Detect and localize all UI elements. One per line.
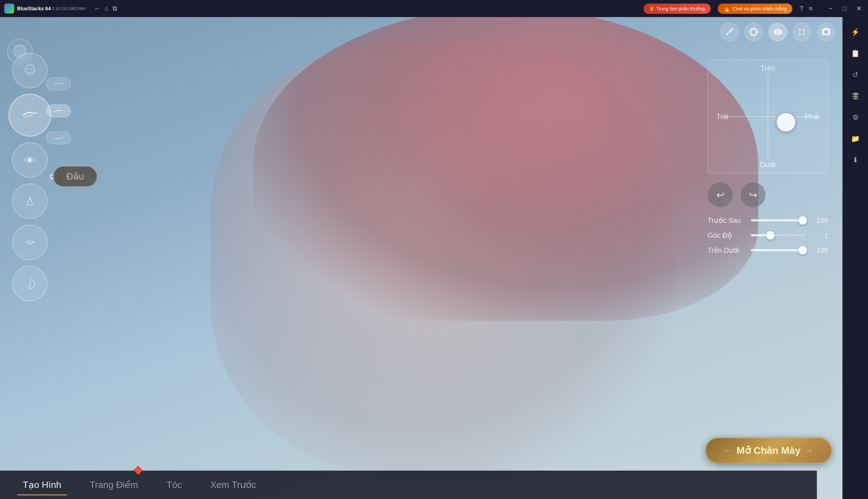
undo-icon: ↩: [716, 189, 725, 201]
slider-truoc-sau-track[interactable]: [751, 219, 806, 221]
app-icon: [4, 4, 14, 14]
play-button[interactable]: 🔥 Chơi và giành chiến thắng: [718, 4, 793, 14]
left-panel: [9, 53, 51, 301]
sidebar-icon-folder[interactable]: 📁: [846, 129, 865, 148]
title-action-icons: ? ≡: [799, 5, 813, 12]
slider-row-goc-do: Góc Độ 1: [707, 231, 828, 240]
unlock-arrow-left-icon: ←: [724, 446, 732, 455]
menu-icon[interactable]: ≡: [809, 5, 813, 12]
sidebar-icon-clipboard[interactable]: 📋: [846, 44, 865, 63]
titlebar: BlueStacks 64 5.10.110.1002 N64 ← ⌂ ⧉ ♛ …: [0, 0, 868, 17]
brightness-tool-button[interactable]: [744, 23, 763, 41]
slider-goc-do-value: 1: [810, 231, 828, 240]
right-panel: Trên Dưới Trái Phải ↩ ↪ Trước Sau: [700, 53, 835, 268]
fullscreen-tool-button[interactable]: [793, 23, 811, 41]
feature-eye-button[interactable]: [12, 142, 48, 178]
dir-left-label: Trái: [716, 113, 728, 121]
dir-bottom-label: Dưới: [760, 160, 776, 169]
cross-vertical: [767, 74, 768, 159]
right-sidebar: ⚡ 📋 ↺ ⚙ 📁 ⬇: [842, 17, 868, 499]
slider-truoc-sau-thumb[interactable]: [798, 216, 807, 225]
title-buttons: ♛ Trung tâm phần thưởng 🔥 Chơi và giành …: [644, 4, 864, 14]
svg-point-4: [28, 159, 31, 161]
direction-control[interactable]: Trên Dưới Trái Phải: [707, 60, 828, 173]
fire-icon: 🔥: [723, 5, 731, 12]
slider-goc-do-track[interactable]: [751, 234, 806, 236]
tab-xem-truoc[interactable]: Xem Trước: [196, 476, 270, 494]
slider-row-truoc-sau: Trước Sau 100: [707, 216, 828, 225]
top-toolbar: [720, 23, 835, 41]
undo-button[interactable]: ↩: [707, 182, 733, 208]
tab-trang-diem[interactable]: Trang Điểm: [76, 476, 152, 494]
sidebar-icon-apk[interactable]: [846, 87, 865, 105]
slider-tren-duoi-fill: [751, 249, 805, 251]
sidebar-icon-rotate[interactable]: ↺: [846, 65, 865, 84]
arc-item-1[interactable]: [46, 77, 71, 90]
action-buttons: ↩ ↪: [707, 182, 828, 208]
brush-tool-button[interactable]: [720, 23, 739, 41]
eye-tool-button[interactable]: [769, 23, 787, 41]
bottom-tabs: Tạo Hình Trang Điểm Tóc Xem Trước: [0, 471, 817, 499]
nav-tabs-icon[interactable]: ⧉: [113, 5, 117, 12]
unlock-chan-may-button[interactable]: ← Mở Chân Mày →: [705, 438, 832, 463]
app-version: 5.10.110.1002 N64: [52, 6, 86, 11]
dir-top-label: Trên: [761, 64, 775, 73]
slider-tren-duoi-label: Trên Dưới: [707, 246, 747, 254]
feature-nose-button[interactable]: [12, 183, 48, 219]
arc-item-2[interactable]: [46, 104, 71, 117]
dir-right-label: Phải: [805, 112, 819, 121]
sidebar-icon-lightning[interactable]: ⚡: [846, 23, 865, 41]
app-name: BlueStacks 64: [17, 6, 51, 11]
minimize-button[interactable]: −: [825, 4, 835, 14]
slider-tren-duoi-track[interactable]: [751, 249, 806, 251]
redo-button[interactable]: ↪: [740, 182, 766, 208]
slider-row-tren-duoi: Trên Dưới 100: [707, 246, 828, 254]
camera-tool-button[interactable]: [817, 23, 835, 41]
nav-home-icon[interactable]: ⌂: [105, 5, 109, 12]
feature-mouth-button[interactable]: [12, 225, 48, 260]
slider-truoc-sau-label: Trước Sau: [707, 216, 747, 225]
slider-goc-do-thumb[interactable]: [766, 231, 775, 240]
sidebar-icon-download[interactable]: ⬇: [846, 151, 865, 169]
feature-face-button[interactable]: [12, 53, 48, 88]
svg-point-0: [25, 65, 34, 74]
tab-trang-diem-label: Trang Điểm: [90, 479, 138, 490]
sliders-container: Trước Sau 100 Góc Độ 1 Trên Dưới: [707, 216, 828, 254]
feature-label-text: Đầu: [66, 171, 84, 182]
nav-back-icon[interactable]: ←: [94, 5, 101, 12]
nav-icons: ← ⌂ ⧉: [94, 5, 118, 12]
unlock-arrow-right-icon: →: [805, 446, 813, 455]
direction-handle[interactable]: [777, 113, 795, 132]
tab-xem-truoc-label: Xem Trước: [210, 479, 256, 490]
tab-tao-hinh-label: Tạo Hình: [23, 479, 61, 490]
slider-truoc-sau-value: 100: [810, 216, 828, 225]
feature-ear-button[interactable]: [12, 266, 48, 301]
slider-truoc-sau-fill: [751, 219, 805, 221]
slider-tren-duoi-value: 100: [810, 246, 828, 254]
feature-label: Đầu: [53, 166, 97, 187]
close-button[interactable]: ✕: [854, 4, 864, 14]
feature-eyebrow-button[interactable]: [9, 94, 51, 136]
crown-icon: ♛: [649, 5, 654, 12]
redo-icon: ↪: [749, 189, 757, 201]
hair-area: [253, 17, 758, 321]
reward-button[interactable]: ♛ Trung tâm phần thưởng: [644, 4, 711, 14]
maximize-button[interactable]: □: [840, 4, 850, 14]
help-icon[interactable]: ?: [799, 5, 803, 12]
svg-point-1: [27, 68, 29, 70]
tab-tao-hinh[interactable]: Tạo Hình: [9, 476, 76, 494]
unlock-button-label: Mở Chân Mày: [737, 445, 801, 456]
game-area: Đầu Trên Dưới Trái Phải ↩ ↪ Trước Sau: [0, 17, 842, 499]
slider-goc-do-label: Góc Độ: [707, 231, 747, 240]
play-label: Chơi và giành chiến thắng: [733, 6, 787, 11]
window-controls: − □ ✕: [825, 4, 864, 14]
tab-toc-label: Tóc: [167, 479, 182, 490]
slider-tren-duoi-thumb[interactable]: [798, 246, 807, 254]
arc-item-3[interactable]: [46, 132, 71, 144]
left-arc: [46, 77, 71, 144]
sidebar-icon-settings[interactable]: ⚙: [846, 108, 865, 127]
tab-toc[interactable]: Tóc: [152, 476, 196, 494]
svg-point-2: [31, 68, 33, 70]
reward-label: Trung tâm phần thưởng: [656, 6, 705, 11]
